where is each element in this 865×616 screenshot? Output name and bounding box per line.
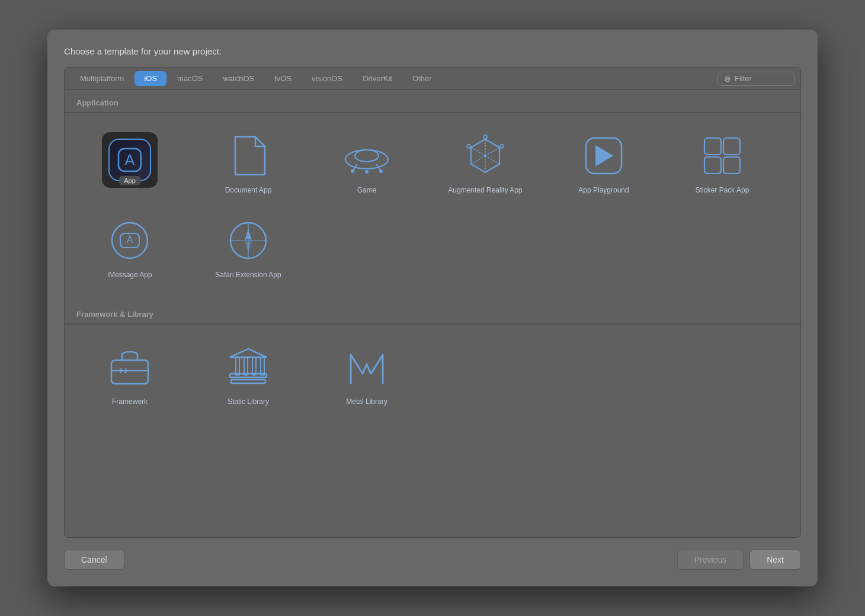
svg-rect-31 [244, 357, 248, 375]
cancel-button[interactable]: Cancel [64, 550, 124, 570]
svg-text:A: A [127, 235, 133, 245]
safari-icon-wrap [225, 217, 272, 264]
playground-icon [582, 134, 625, 177]
tab-macos[interactable]: macOS [168, 71, 212, 86]
tab-other[interactable]: Other [403, 71, 441, 86]
static-library-icon-wrap [225, 344, 272, 391]
ar-app-label: Augmented Reality App [448, 185, 522, 195]
tab-watchos[interactable]: watchOS [213, 71, 264, 86]
template-item-app[interactable]: A App [71, 123, 189, 207]
static-library-label: Static Library [228, 397, 269, 407]
safari-ext-label: Safari Extension App [215, 270, 281, 280]
template-item-static-library[interactable]: Static Library [189, 334, 307, 419]
dialog-footer: Cancel Previous Next [64, 550, 801, 570]
app-selected-box: A App [102, 132, 158, 188]
tab-tvos[interactable]: tvOS [265, 71, 301, 86]
section-application-header: Application [65, 90, 800, 113]
imessage-app-label: iMessage App [107, 270, 152, 280]
svg-point-11 [467, 145, 470, 148]
template-item-safari-ext[interactable]: Safari Extension App [189, 207, 307, 292]
tab-visionos[interactable]: visionOS [302, 71, 352, 86]
tab-driverkit[interactable]: DriverKit [353, 71, 402, 86]
previous-button[interactable]: Previous [677, 550, 744, 570]
template-item-ar-app[interactable]: Augmented Reality App [426, 123, 544, 207]
sticker-pack-label: Sticker Pack App [696, 185, 749, 195]
svg-point-8 [365, 170, 369, 174]
app-playground-label: App Playground [578, 185, 629, 195]
nav-buttons: Previous Next [677, 550, 801, 570]
ar-icon-wrap [462, 132, 509, 179]
document-app-icon [229, 134, 267, 177]
svg-point-9 [483, 135, 487, 139]
document-app-label: Document App [225, 185, 272, 195]
svg-rect-33 [261, 357, 264, 375]
static-library-icon [228, 346, 269, 388]
svg-point-3 [355, 150, 379, 162]
game-icon-wrap [343, 132, 390, 179]
app-icon-svg: A [116, 146, 143, 174]
tab-ios[interactable]: iOS [134, 71, 166, 86]
metal-library-icon [346, 346, 387, 388]
svg-rect-32 [252, 357, 256, 375]
metal-library-label: Metal Library [346, 397, 387, 407]
app-icon-inner: A [108, 139, 151, 181]
next-button[interactable]: Next [749, 550, 801, 570]
svg-rect-23 [111, 360, 148, 384]
svg-rect-16 [723, 157, 740, 174]
svg-point-10 [500, 145, 504, 148]
svg-point-2 [345, 150, 388, 169]
svg-rect-28 [231, 380, 265, 383]
safari-icon [228, 220, 268, 261]
framework-icon-wrap [106, 344, 153, 391]
template-item-sticker-pack[interactable]: Sticker Pack App [663, 123, 781, 207]
template-item-imessage[interactable]: A iMessage App [71, 207, 189, 292]
metal-icon-wrap [343, 344, 390, 391]
filter-label: Filter [735, 74, 752, 83]
playground-icon-wrap [580, 132, 627, 179]
svg-point-7 [379, 169, 383, 173]
sticker-icon-wrap [699, 132, 746, 179]
framework-icon [108, 348, 152, 386]
framework-grid: Framework [65, 325, 800, 428]
filter-icon: ⊜ [724, 74, 731, 84]
filter-input[interactable]: ⊜ Filter [717, 72, 794, 86]
template-item-metal-library[interactable]: Metal Library [307, 334, 426, 419]
section-framework-header: Framework & Library [65, 301, 800, 324]
ar-icon [464, 134, 507, 177]
framework-label: Framework [112, 397, 148, 407]
game-label: Game [357, 185, 377, 195]
template-content: Application A App [64, 90, 801, 538]
new-project-dialog: Choose a template for your new project: … [47, 30, 818, 586]
application-grid: A App Document App [65, 113, 800, 301]
svg-point-6 [351, 169, 354, 173]
template-item-game[interactable]: Game [307, 123, 426, 207]
svg-text:A: A [124, 151, 135, 169]
tab-multiplatform[interactable]: Multiplatform [71, 71, 133, 86]
dialog-title: Choose a template for your new project: [64, 46, 801, 56]
template-item-document-app[interactable]: Document App [189, 123, 307, 207]
app-badge-label: App [119, 176, 140, 185]
document-app-icon-wrap [225, 132, 272, 179]
svg-rect-30 [236, 357, 239, 375]
svg-rect-14 [723, 138, 740, 155]
imessage-icon-wrap: A [106, 217, 153, 264]
sticker-icon [702, 136, 742, 176]
svg-rect-15 [704, 157, 721, 174]
tabs-bar: Multiplatform iOS macOS watchOS tvOS vis… [64, 67, 801, 90]
svg-rect-13 [704, 138, 721, 155]
template-item-framework[interactable]: Framework [71, 334, 189, 419]
imessage-icon: A [110, 220, 150, 261]
game-icon [343, 138, 390, 174]
template-item-app-playground[interactable]: App Playground [544, 123, 663, 207]
